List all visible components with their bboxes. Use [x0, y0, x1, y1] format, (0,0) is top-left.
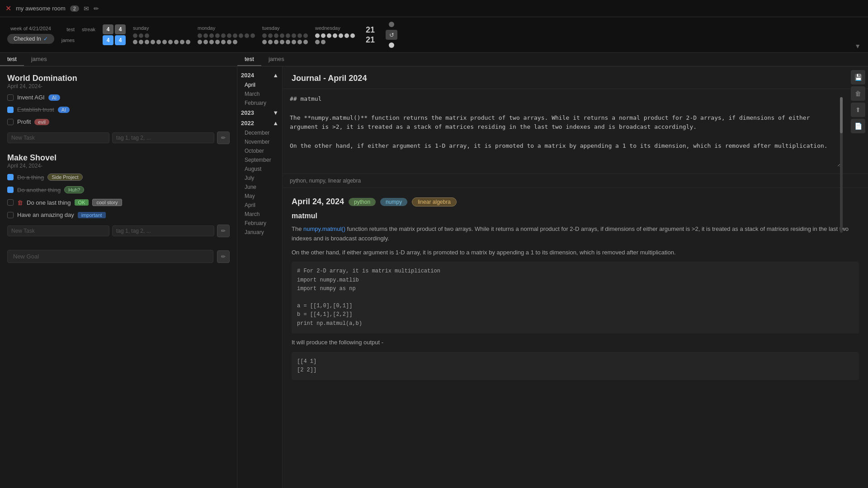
- new-goal-edit-button[interactable]: ✏: [217, 250, 230, 263]
- chevron-down-icon[interactable]: ▼: [854, 42, 861, 50]
- tab-test-left[interactable]: test: [0, 53, 24, 66]
- left-panel: World Domination April 24, 2024- Invent …: [0, 66, 237, 488]
- control-dot-inactive: [389, 22, 394, 27]
- task-checkbox-profit[interactable]: [7, 119, 14, 125]
- tuesday-label: tuesday: [262, 25, 280, 31]
- tab-james-right[interactable]: james: [261, 53, 292, 66]
- new-goal-row: ✏: [7, 250, 230, 263]
- year-header-2022[interactable]: 2022 ▲: [237, 118, 282, 128]
- james-sunday-dots: [133, 40, 190, 44]
- file-journal-button[interactable]: 📄: [851, 119, 865, 133]
- entry-body-1: The numpy.matmul() function returns the …: [292, 225, 859, 244]
- dot: [133, 40, 137, 44]
- dot: [350, 33, 355, 38]
- new-task-input-goal2[interactable]: [7, 225, 109, 236]
- entry-tag-linear-algebra[interactable]: linear algebra: [412, 197, 457, 206]
- month-march-2022[interactable]: March: [237, 210, 282, 219]
- task-item: Have an amazing day important: [7, 211, 230, 219]
- month-november[interactable]: November: [237, 137, 282, 146]
- edit-button-goal2[interactable]: ✏: [217, 225, 230, 237]
- dot: [286, 40, 290, 44]
- month-march[interactable]: March: [237, 89, 282, 99]
- dot: [215, 40, 220, 44]
- new-goal-input[interactable]: [7, 250, 213, 263]
- month-february[interactable]: February: [237, 99, 282, 108]
- delete-journal-button[interactable]: 🗑: [851, 86, 865, 101]
- month-may[interactable]: May: [237, 192, 282, 201]
- dot: [321, 40, 326, 44]
- delete-icon[interactable]: 🗑: [17, 199, 23, 206]
- dot: [180, 40, 184, 44]
- year-header-2024[interactable]: 2024 ▲: [237, 70, 282, 80]
- month-october[interactable]: October: [237, 146, 282, 155]
- tag-ok: OK: [75, 199, 89, 206]
- goal-title-text: World Domination: [7, 74, 230, 83]
- tag-input-goal1[interactable]: [112, 132, 214, 143]
- james-streak-current: 4: [103, 35, 113, 45]
- year-label: 2024: [241, 72, 254, 79]
- month-june[interactable]: June: [237, 183, 282, 192]
- journal-editor-textarea[interactable]: ## matmul The **numpy.matmul()** functio…: [290, 94, 841, 167]
- journal-entry-card: April 24, 2024 python numpy linear algeb…: [283, 188, 868, 394]
- chevron-up-icon: ▲: [273, 72, 278, 79]
- month-february-2022[interactable]: February: [237, 219, 282, 228]
- month-january-2022[interactable]: January: [237, 228, 282, 237]
- dot: [198, 33, 202, 38]
- edit-icon[interactable]: ✏: [94, 5, 99, 12]
- task-item: Invent AGI AI: [7, 93, 230, 102]
- save-journal-button[interactable]: 💾: [851, 70, 865, 84]
- close-icon[interactable]: ✕: [5, 4, 11, 13]
- dot: [233, 40, 237, 44]
- journal-panel: Journal - April 2024 ▲ 💾 🗑 ⬆ 📄 ## matmul…: [283, 66, 868, 488]
- dot: [315, 40, 320, 44]
- dot: [168, 40, 173, 44]
- year-header-2023[interactable]: 2023 ▼: [237, 108, 282, 118]
- task-checkbox-invent-agi[interactable]: [7, 94, 14, 101]
- task-checkbox-establish-trust[interactable]: [7, 107, 14, 113]
- new-task-input-goal1[interactable]: [7, 132, 109, 143]
- task-label: Establish trust: [17, 106, 54, 113]
- entry-tag-numpy[interactable]: numpy: [380, 198, 407, 206]
- dot: [297, 40, 302, 44]
- dot: [209, 40, 214, 44]
- main-layout: World Domination April 24, 2024- Invent …: [0, 66, 868, 488]
- task-checkbox-do-one-last-thing[interactable]: [7, 199, 14, 206]
- month-august[interactable]: August: [237, 164, 282, 174]
- dot: [292, 40, 296, 44]
- dot: [262, 33, 267, 38]
- dot: [203, 33, 208, 38]
- month-april-2022[interactable]: April: [237, 201, 282, 210]
- test-num: 21: [366, 25, 375, 35]
- entry-code-block-1: # For 2-D array, it is matrix multiplica…: [292, 262, 859, 333]
- edit-button-goal1[interactable]: ✏: [217, 131, 230, 144]
- scrollbar-thumb[interactable]: [840, 97, 843, 133]
- task-checkbox-do-a-thing[interactable]: [7, 174, 14, 180]
- checked-in-button[interactable]: Checked In ✓: [7, 34, 54, 44]
- entry-code-block-2: [[4 1] [2 2]]: [292, 352, 859, 380]
- month-december[interactable]: December: [237, 128, 282, 137]
- task-checkbox-have-amazing-day[interactable]: [7, 212, 14, 218]
- goal-date: April 24, 2024-: [7, 83, 230, 89]
- test-wednesday-dots: [315, 33, 355, 38]
- tag-input-goal2[interactable]: [112, 225, 214, 236]
- tab-test-right[interactable]: test: [237, 53, 261, 66]
- task-checkbox-do-another-thing[interactable]: [7, 187, 14, 193]
- journal-tags: python, numpy, linear algebra: [283, 174, 868, 188]
- dot: [227, 33, 231, 38]
- task-label: Profit: [17, 118, 31, 125]
- month-july[interactable]: July: [237, 174, 282, 183]
- journal-actions: 💾 🗑 ⬆ 📄: [848, 66, 868, 137]
- refresh-button[interactable]: ↺: [386, 30, 397, 40]
- tab-james-left[interactable]: james: [24, 53, 54, 66]
- left-tab-bar: test james: [0, 53, 237, 66]
- dot: [274, 40, 278, 44]
- entry-tag-python[interactable]: python: [349, 198, 376, 206]
- dot: [339, 33, 343, 38]
- month-september[interactable]: September: [237, 155, 282, 164]
- controls-section: ↺: [386, 22, 397, 48]
- upload-journal-button[interactable]: ⬆: [851, 103, 865, 117]
- test-monday-dots: [198, 33, 255, 38]
- mail-icon[interactable]: ✉: [84, 5, 89, 12]
- james-tuesday-dots: [262, 40, 308, 44]
- dot: [198, 40, 202, 44]
